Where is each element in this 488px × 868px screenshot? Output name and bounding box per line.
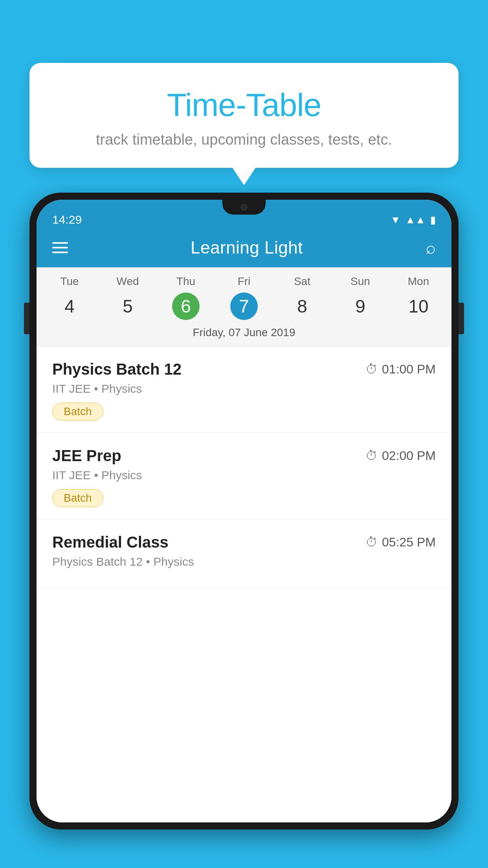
schedule-item-subtitle: IIT JEE • Physics (52, 469, 436, 482)
schedule-item-time: ⏱01:00 PM (365, 362, 436, 377)
schedule-item-subtitle: IIT JEE • Physics (52, 382, 436, 395)
wifi-icon: ▼ (391, 214, 401, 226)
weekday-cell[interactable]: Sun9 (331, 275, 389, 320)
tooltip-title: Time-Table (49, 86, 439, 123)
weekday-number[interactable]: 7 (230, 292, 258, 320)
clock-icon: ⏱ (365, 362, 378, 377)
schedule-item-title: Physics Batch 12 (52, 360, 182, 378)
clock-icon: ⏱ (365, 449, 378, 463)
phone-outer: 14:29 ▼ ▲▲ ▮ Learning Light ⌕ (29, 193, 459, 829)
schedule-item-title: JEE Prep (52, 447, 121, 465)
weekday-number[interactable]: 4 (56, 292, 83, 320)
schedule-item-time: ⏱05:25 PM (365, 535, 436, 550)
weekday-cell[interactable]: Tue4 (40, 275, 99, 320)
weekday-name: Wed (99, 275, 157, 288)
time-text: 01:00 PM (382, 362, 436, 377)
weekday-name: Fri (215, 275, 273, 288)
weekday-number[interactable]: 8 (288, 292, 316, 320)
hamburger-menu-icon[interactable] (52, 242, 68, 253)
battery-icon: ▮ (430, 214, 436, 226)
schedule-item[interactable]: Physics Batch 12⏱01:00 PMIIT JEE • Physi… (37, 346, 451, 433)
batch-badge: Batch (52, 403, 103, 421)
search-icon[interactable]: ⌕ (426, 238, 436, 257)
tooltip-card: Time-Table track timetable, upcoming cla… (29, 63, 459, 168)
weekday-cell[interactable]: Thu6 (157, 275, 215, 320)
signal-icon: ▲▲ (405, 214, 426, 226)
weekday-name: Tue (40, 275, 99, 288)
weekdays-row: Tue4Wed5Thu6Fri7Sat8Sun9Mon10 (37, 267, 451, 320)
batch-badge: Batch (52, 489, 103, 507)
schedule-item-title: Remedial Class (52, 533, 169, 551)
weekday-name: Mon (389, 275, 448, 288)
schedule-item[interactable]: Remedial Class⏱05:25 PMPhysics Batch 12 … (37, 519, 451, 588)
weekday-name: Thu (157, 275, 215, 288)
status-icons: ▼ ▲▲ ▮ (391, 214, 436, 226)
weekday-name: Sun (331, 275, 389, 288)
schedule-item-subtitle: Physics Batch 12 • Physics (52, 555, 436, 568)
weekday-cell[interactable]: Mon10 (389, 275, 448, 320)
camera-dot (240, 204, 248, 211)
clock-icon: ⏱ (365, 535, 378, 550)
phone-notch (222, 200, 266, 215)
schedule-item[interactable]: JEE Prep⏱02:00 PMIIT JEE • PhysicsBatch (37, 433, 451, 519)
time-text: 05:25 PM (382, 535, 436, 550)
weekday-cell[interactable]: Sat8 (273, 275, 331, 320)
weekday-number[interactable]: 9 (347, 292, 374, 320)
phone-screen: 14:29 ▼ ▲▲ ▮ Learning Light ⌕ (37, 200, 451, 822)
app-title: Learning Light (191, 238, 303, 257)
app-bar: Learning Light ⌕ (37, 228, 451, 267)
weekday-number[interactable]: 6 (172, 292, 200, 320)
schedule-list: Physics Batch 12⏱01:00 PMIIT JEE • Physi… (37, 346, 451, 822)
selected-date-label: Friday, 07 June 2019 (37, 320, 451, 346)
weekday-number[interactable]: 10 (405, 292, 432, 320)
calendar-section: Tue4Wed5Thu6Fri7Sat8Sun9Mon10 Friday, 07… (37, 267, 451, 346)
weekday-number[interactable]: 5 (114, 292, 141, 320)
status-time: 14:29 (52, 213, 82, 226)
schedule-item-time: ⏱02:00 PM (365, 449, 436, 463)
tooltip-subtitle: track timetable, upcoming classes, tests… (49, 131, 439, 148)
weekday-cell[interactable]: Fri7 (215, 275, 273, 320)
phone-wrapper: 14:29 ▼ ▲▲ ▮ Learning Light ⌕ (29, 193, 459, 868)
time-text: 02:00 PM (382, 449, 436, 463)
weekday-cell[interactable]: Wed5 (99, 275, 157, 320)
weekday-name: Sat (273, 275, 331, 288)
